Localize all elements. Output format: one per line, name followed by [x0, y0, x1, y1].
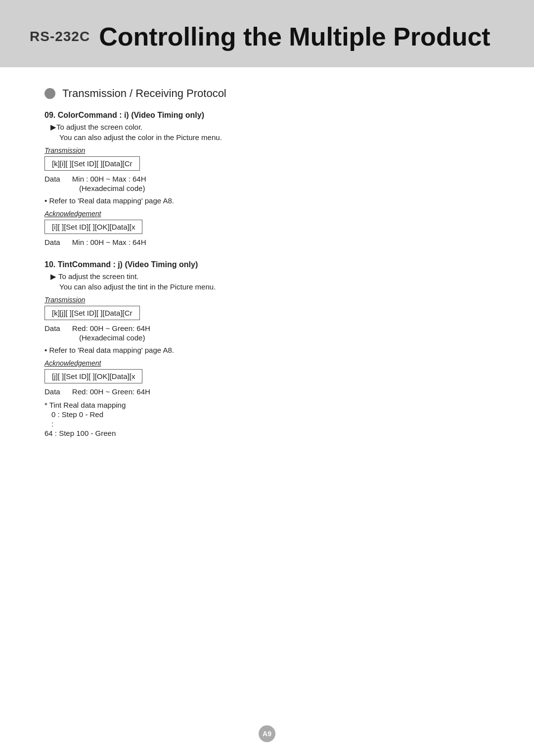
- tint-mapping-line1: 0 : Step 0 - Red: [51, 410, 490, 419]
- command-9-desc2: You can also adjust the color in the Pic…: [59, 133, 490, 142]
- section-circle-icon: [44, 88, 55, 99]
- command-10-desc1: ▶ To adjust the screen tint.: [50, 272, 490, 281]
- command-9-heading: 09. ColorCommand : i) (Video Timing only…: [44, 111, 490, 120]
- command-10-block: 10. TintCommand : j) (Video Timing only)…: [44, 260, 490, 437]
- tint-mapping: * Tint Real data mapping 0 : Step 0 - Re…: [44, 401, 490, 437]
- header-band: RS-232C Controlling the Multiple Product: [0, 0, 534, 67]
- command-10-heading: 10. TintCommand : j) (Video Timing only): [44, 260, 490, 269]
- transmission-code-10: [k][j][ ][Set ID][ ][Data][Cr: [44, 306, 140, 320]
- command-10-desc2: You can also adjust the tint in the Pict…: [59, 283, 490, 291]
- command-9-block: 09. ColorCommand : i) (Video Timing only…: [44, 111, 490, 246]
- ack-label-9: Acknowledgement: [44, 210, 490, 218]
- transmission-label-9: Transmission: [44, 146, 490, 154]
- transmission-code-9: [k][i][ ][Set ID][ ][Data][Cr: [44, 156, 140, 171]
- data-line-9: Data Min : 00H ~ Max : 64H: [44, 175, 490, 183]
- page-title: Controlling the Multiple Product: [99, 24, 490, 49]
- section-title: Transmission / Receiving Protocol: [62, 87, 226, 100]
- command-9-desc1: ▶To adjust the screen color.: [50, 123, 490, 132]
- transmission-label-10: Transmission: [44, 296, 490, 304]
- data-note-9: (Hexadecimal code): [79, 184, 490, 192]
- tint-mapping-line2: 64 : Step 100 - Green: [44, 429, 490, 437]
- page-number: A9: [259, 725, 275, 742]
- tint-mapping-title: * Tint Real data mapping: [44, 401, 490, 409]
- refer-line-9: • Refer to 'Real data mapping' page A8.: [44, 196, 490, 205]
- data-note-10: (Hexadecimal code): [79, 333, 490, 342]
- ack-code-10: [j][ ][Set ID][ ][OK][Data][x: [44, 369, 142, 383]
- main-content: Transmission / Receiving Protocol 09. Co…: [0, 67, 534, 756]
- ack-data-9: Data Min : 00H ~ Max : 64H: [44, 238, 490, 246]
- rs-label: RS-232C: [30, 30, 90, 44]
- ack-data-10: Data Red: 00H ~ Green: 64H: [44, 387, 490, 396]
- tint-mapping-colon: :: [51, 420, 490, 428]
- ack-code-9: [i][ ][Set ID][ ][OK][Data][x: [44, 220, 142, 234]
- data-line-10: Data Red: 00H ~ Green: 64H: [44, 324, 490, 332]
- refer-line-10: • Refer to 'Real data mapping' page A8.: [44, 346, 490, 354]
- page: RS-232C Controlling the Multiple Product…: [0, 0, 534, 756]
- ack-label-10: Acknowledgement: [44, 359, 490, 367]
- section-heading: Transmission / Receiving Protocol: [44, 87, 490, 100]
